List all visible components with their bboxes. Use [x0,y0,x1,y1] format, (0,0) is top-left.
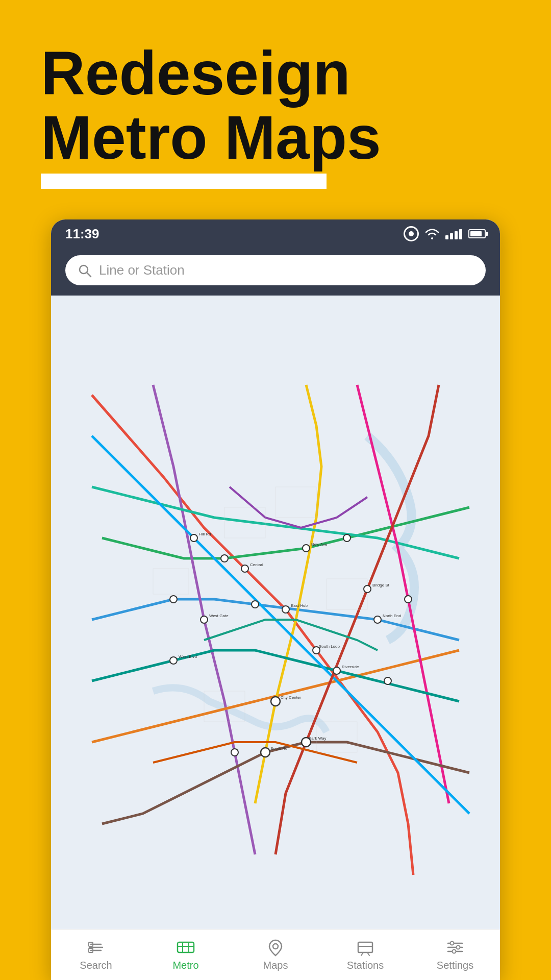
svg-point-19 [343,534,350,542]
hero-title: Redeseign Metro Maps [41,41,510,169]
svg-text:Bridge St: Bridge St [372,583,390,587]
notification-icon [404,226,419,241]
svg-text:South Rd: South Rd [270,746,287,751]
hero-white-bar [41,174,327,189]
svg-text:West Gate: West Gate [209,614,229,618]
nav-item-settings[interactable]: Settings [410,933,500,976]
phone-mockup: 11:39 [51,219,500,980]
svg-point-8 [271,697,280,706]
svg-point-58 [453,950,456,953]
stations-nav-icon [356,938,374,957]
metro-nav-icon [177,938,195,957]
nav-settings-label: Settings [437,960,473,971]
settings-nav-icon [446,938,464,957]
svg-text:East Hub: East Hub [291,603,308,608]
battery-icon [468,229,486,238]
svg-point-15 [190,534,197,542]
svg-text:Riverside: Riverside [342,665,359,669]
nav-metro-label: Metro [172,960,198,971]
svg-point-21 [221,555,228,562]
svg-point-11 [231,749,238,756]
search-input-wrapper[interactable]: Line or Station [65,255,486,285]
status-time: 11:39 [65,226,99,242]
search-bar-container: Line or Station [51,248,500,296]
svg-rect-49 [358,942,372,952]
svg-point-13 [384,677,391,684]
svg-text:North End: North End [383,614,401,618]
svg-text:West Blvd: West Blvd [179,654,197,659]
nav-item-search[interactable]: Search [51,933,141,976]
nav-item-metro[interactable]: Metro [141,933,231,976]
svg-point-10 [374,616,381,623]
nav-maps-label: Maps [263,960,288,971]
status-icons [404,226,486,241]
nav-search-label: Search [80,960,112,971]
svg-point-3 [241,565,248,572]
wifi-icon [425,228,439,239]
svg-point-57 [457,946,460,949]
svg-point-16 [303,545,310,552]
svg-point-5 [201,616,208,623]
svg-point-22 [170,596,177,603]
svg-point-14 [170,657,177,664]
svg-point-6 [252,601,259,608]
svg-text:Park Way: Park Way [309,736,326,741]
svg-rect-44 [178,942,194,952]
nav-stations-label: Stations [347,960,384,971]
svg-point-18 [405,596,412,603]
svg-point-56 [450,942,454,945]
signal-icon [445,228,462,239]
hero-section: Redeseign Metro Maps [41,41,510,189]
bottom-nav: Search Metro Maps [51,929,500,980]
metro-map-svg: Central East Hub West Gate South Loop Ci… [51,296,500,934]
svg-text:New Ave: New Ave [311,542,328,547]
svg-text:Hill Rd: Hill Rd [199,532,211,536]
svg-text:Central: Central [250,562,263,567]
search-icon [78,263,92,278]
svg-text:City Center: City Center [281,695,301,700]
svg-point-9 [333,667,340,674]
search-nav-icon [87,938,105,957]
svg-text:South Loop: South Loop [319,644,340,649]
svg-point-48 [273,944,278,949]
status-bar: 11:39 [51,219,500,248]
search-placeholder[interactable]: Line or Station [99,262,185,278]
svg-point-20 [261,748,270,757]
maps-nav-icon [266,938,285,957]
nav-item-maps[interactable]: Maps [231,933,320,976]
svg-point-4 [282,606,289,613]
svg-line-1 [87,273,91,277]
nav-item-stations[interactable]: Stations [320,933,410,976]
metro-map-container[interactable]: Central East Hub West Gate South Loop Ci… [51,296,500,934]
metro-map[interactable]: Central East Hub West Gate South Loop Ci… [51,296,500,934]
